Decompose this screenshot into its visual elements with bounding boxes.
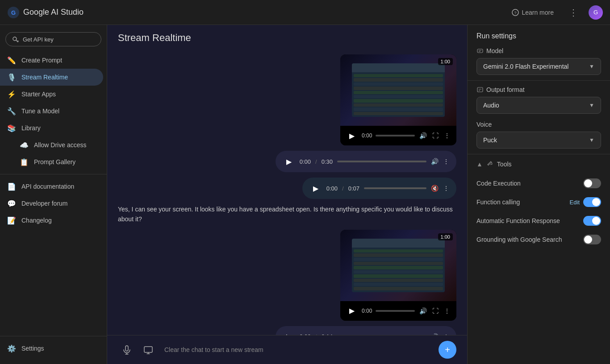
learn-more-button[interactable]: ? Learn more [507, 6, 558, 19]
video-play-button-1[interactable]: ▶ [346, 129, 358, 142]
code-execution-toggle[interactable] [583, 178, 601, 188]
fake-row [354, 78, 443, 81]
user-audio-player: ▶ 0:00 / 0:07 🔇 ⋮ [302, 178, 456, 199]
fake-row [354, 112, 443, 115]
tools-collapse-icon: ▲ [476, 161, 483, 168]
topbar-right: ? Learn more ⋮ G [507, 5, 603, 20]
sidebar-item-library[interactable]: 📚 Library [0, 120, 103, 136]
video-progress-1[interactable] [376, 135, 415, 136]
bottom-toolbar: Clear the chat to start a new stream + [107, 335, 467, 364]
sidebar-item-prompt-gallery[interactable]: 📋 Prompt Gallery [0, 153, 103, 170]
output-format-value: Audio [483, 102, 499, 109]
prompt-gallery-icon: 📋 [20, 157, 29, 166]
tool-row-code-execution: Code Execution [476, 174, 601, 193]
user-avatar[interactable]: G [589, 5, 603, 20]
video-card-1: 1:00 ▶ 0:00 🔊 ⛶ ⋮ [340, 54, 456, 145]
sidebar-item-create-prompt[interactable]: ✏️ Create Prompt [0, 52, 103, 69]
output-format-selector[interactable]: Audio ▼ [476, 97, 601, 114]
api-docs-icon: 📄 [7, 182, 16, 191]
sidebar-item-tune-model[interactable]: 🔧 Tune a Model [0, 103, 103, 120]
toolbar-placeholder-text: Clear the chat to start a new stream [161, 346, 435, 353]
tool-function-calling-actions: Edit [570, 197, 601, 207]
sidebar-item-label-developer-forum: Developer forum [21, 200, 68, 207]
voice-section: Voice Puck ▼ [468, 117, 610, 152]
svg-text:G: G [11, 9, 16, 16]
user-audio-volume-button[interactable]: 🔇 [431, 185, 439, 192]
tool-grounding-google-actions [583, 235, 601, 244]
audio-volume-button-1[interactable]: 🔊 [431, 158, 439, 165]
model-value: Gemini 2.0 Flash Experimental [483, 63, 568, 70]
settings-icon: ⚙️ [7, 344, 16, 353]
main-layout: Get API key ✏️ Create Prompt 🎙️ Stream R… [0, 25, 610, 364]
video-volume-button-1[interactable]: 🔊 [418, 131, 428, 140]
video-fullscreen-button-1[interactable]: ⛶ [431, 131, 439, 140]
audio-time-total-1: 0:30 [322, 158, 333, 165]
add-button[interactable]: + [439, 341, 456, 359]
auto-function-response-toggle[interactable] [583, 216, 601, 226]
screen-share-icon [143, 345, 153, 355]
code-execution-toggle-slider [583, 178, 601, 188]
sidebar-item-label-stream-realtime: Stream Realtime [21, 74, 68, 81]
app-logo: G Google AI Studio [7, 6, 84, 19]
voice-value: Puck [483, 136, 497, 144]
voice-label: Voice [476, 121, 601, 128]
video-more-button-1[interactable]: ⋮ [443, 131, 451, 140]
learn-more-icon: ? [512, 9, 519, 16]
model-section-icon [476, 47, 484, 54]
sidebar-item-developer-forum[interactable]: 💬 Developer forum [0, 195, 103, 212]
grounding-google-toggle-slider [583, 235, 601, 244]
sidebar-item-label-allow-drive: Allow Drive access [34, 141, 86, 149]
sidebar-item-label-changelog: Changelog [21, 217, 52, 224]
function-calling-toggle-slider [583, 197, 601, 207]
tune-model-icon: 🔧 [7, 107, 16, 116]
user-audio-more-button[interactable]: ⋮ [443, 185, 449, 192]
sidebar-item-changelog[interactable]: 📝 Changelog [0, 212, 103, 229]
fake-rows-2 [354, 249, 443, 290]
video-fullscreen-button-2[interactable]: ⛶ [431, 306, 439, 315]
function-calling-edit-button[interactable]: Edit [570, 199, 580, 206]
video-play-button-2[interactable]: ▶ [346, 305, 358, 317]
output-format-label: Output format [476, 86, 601, 93]
microphone-button[interactable] [118, 341, 136, 359]
tool-row-function-calling: Function calling Edit [476, 193, 601, 211]
get-api-key-button[interactable]: Get API key [5, 32, 101, 46]
model-selector[interactable]: Gemini 2.0 Flash Experimental ▼ [476, 58, 601, 75]
tools-header[interactable]: ▲ Tools [468, 156, 610, 172]
sidebar-item-starter-apps[interactable]: ⚡ Starter Apps [0, 86, 103, 103]
sidebar-item-stream-realtime[interactable]: 🎙️ Stream Realtime [0, 69, 103, 86]
sidebar-item-label-tune-model: Tune a Model [21, 108, 59, 115]
fake-row [354, 262, 443, 265]
output-format-icon [476, 86, 484, 93]
user-audio-play-button[interactable]: ▶ [309, 182, 322, 194]
video-progress-2[interactable] [376, 310, 415, 312]
screen-share-button[interactable] [139, 341, 157, 359]
video-card-2: 1:00 ▶ 0:00 🔊 ⛶ ⋮ [340, 230, 456, 321]
function-calling-toggle-knob [592, 198, 600, 206]
fake-row [354, 249, 443, 252]
audio-play-button-1[interactable]: ▶ [283, 155, 295, 168]
sidebar-divider [0, 174, 107, 174]
audio-progress-1[interactable] [337, 161, 426, 162]
function-calling-toggle[interactable] [583, 197, 601, 207]
voice-selector[interactable]: Puck ▼ [476, 132, 601, 149]
output-format-chevron-icon: ▼ [589, 102, 594, 108]
sidebar-item-settings[interactable]: ⚙️ Settings [0, 340, 103, 357]
video-badge-1: 1:00 [438, 58, 453, 65]
voice-label-text: Voice [476, 121, 492, 128]
run-settings-title: Run settings [468, 25, 610, 44]
video-more-button-2[interactable]: ⋮ [443, 306, 451, 315]
sidebar-item-allow-drive[interactable]: ☁️ Allow Drive access [0, 136, 103, 153]
audio-more-button-1[interactable]: ⋮ [443, 158, 449, 165]
more-options-button[interactable]: ⋮ [565, 5, 581, 20]
user-audio-progress[interactable] [364, 187, 426, 189]
sidebar: Get API key ✏️ Create Prompt 🎙️ Stream R… [0, 25, 107, 364]
sidebar-item-api-docs[interactable]: 📄 API documentation [0, 178, 103, 195]
grounding-google-toggle[interactable] [583, 235, 601, 244]
audio-play-button-2[interactable]: ▶ [283, 331, 295, 335]
video-volume-button-2[interactable]: 🔊 [418, 306, 428, 315]
tool-code-execution-actions [583, 178, 601, 188]
user-audio-time-total: 0:07 [348, 185, 359, 192]
video-content-2 [340, 230, 456, 301]
video1-container: 1:00 ▶ 0:00 🔊 ⛶ ⋮ [118, 54, 456, 145]
fake-screen-1 [352, 63, 445, 117]
